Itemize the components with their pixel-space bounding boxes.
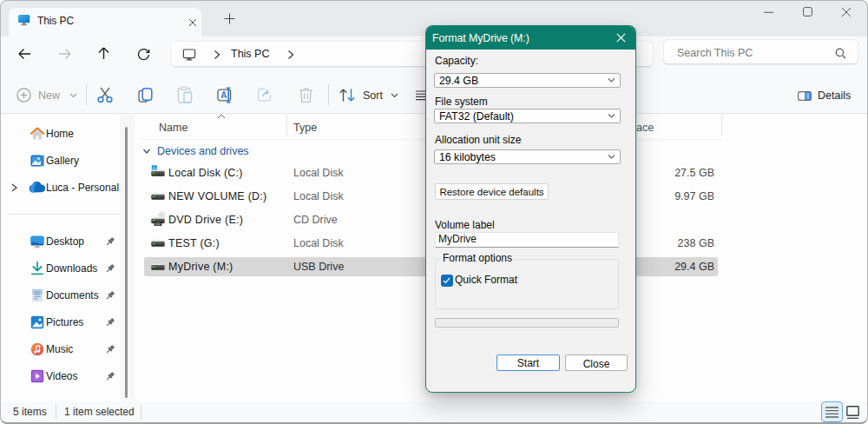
svg-text:A: A [220, 90, 227, 100]
